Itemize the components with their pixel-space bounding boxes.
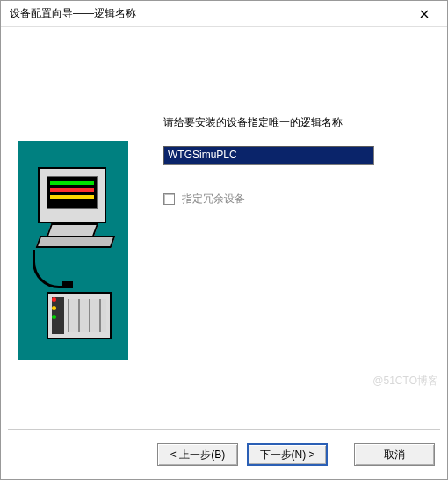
led-green-icon <box>52 315 56 319</box>
wizard-illustration <box>18 141 128 360</box>
device-name-value: WTGSimuPLC <box>168 148 237 162</box>
close-icon <box>420 7 429 21</box>
cancel-button[interactable]: 取消 <box>354 443 435 466</box>
content-area: 请给要安装的设备指定唯一的逻辑名称 WTGSimuPLC 指定冗余设备 @51C… <box>1 27 447 429</box>
redundant-checkbox[interactable] <box>163 193 175 205</box>
titlebar: 设备配置向导——逻辑名称 <box>1 1 447 27</box>
device-name-input[interactable]: WTGSimuPLC <box>163 146 374 165</box>
close-button[interactable] <box>407 2 442 26</box>
dialog-window: 设备配置向导——逻辑名称 <box>0 0 448 480</box>
rack-slots-icon <box>68 299 106 332</box>
back-button-label: < 上一步(B) <box>170 447 225 462</box>
monitor-foot-icon <box>35 236 115 248</box>
redundant-label: 指定冗余设备 <box>182 192 245 207</box>
redundant-row: 指定冗余设备 <box>163 192 421 207</box>
back-button[interactable]: < 上一步(B) <box>157 443 238 466</box>
monitor-icon <box>38 167 106 223</box>
cancel-button-label: 取消 <box>384 447 405 462</box>
illustration-pane <box>1 27 137 429</box>
prompt-label: 请给要安装的设备指定唯一的逻辑名称 <box>163 115 421 130</box>
led-yellow-icon <box>52 306 56 310</box>
next-button[interactable]: 下一步(N) > <box>247 443 328 466</box>
plug-icon <box>62 281 73 288</box>
form-pane: 请给要安装的设备指定唯一的逻辑名称 WTGSimuPLC 指定冗余设备 <box>137 27 447 429</box>
plc-rack-icon <box>47 292 112 339</box>
led-red-icon <box>52 297 56 302</box>
device-name-row: WTGSimuPLC <box>163 146 421 165</box>
window-title: 设备配置向导——逻辑名称 <box>6 6 407 21</box>
screen-bars-icon <box>50 181 94 206</box>
button-bar: < 上一步(B) 下一步(N) > 取消 <box>1 430 447 479</box>
next-button-label: 下一步(N) > <box>260 447 315 462</box>
